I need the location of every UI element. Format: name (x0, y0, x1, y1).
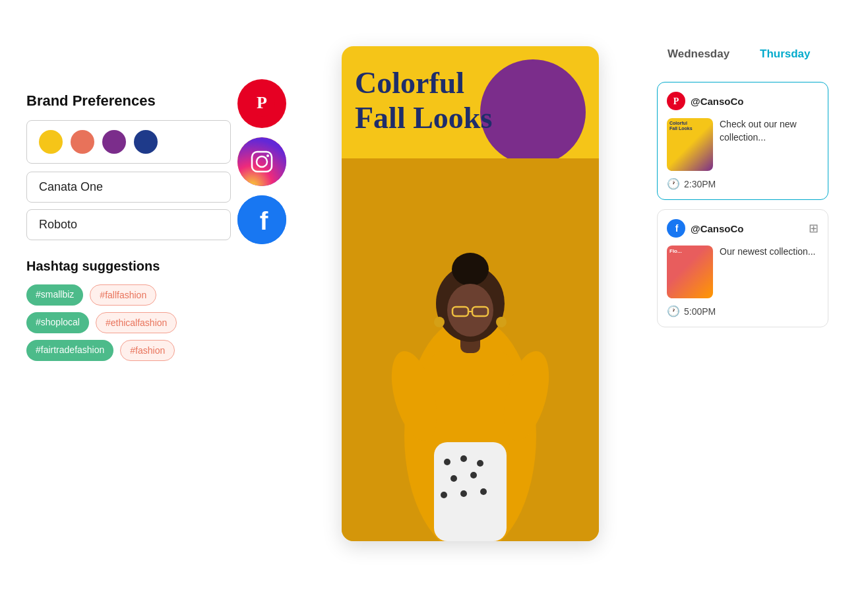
svg-point-13 (460, 455, 467, 462)
color-swatch-purple[interactable] (102, 130, 126, 154)
right-panel: Wednesday Thursday P @CansoCo (644, 40, 842, 564)
color-swatch-coral[interactable] (71, 130, 94, 154)
facebook-account-label: @CansoCo (691, 223, 743, 234)
schedule-card-1-content: ColorfulFall Looks Check out our new col… (667, 118, 819, 171)
schedule-card-1-header: P @CansoCo (667, 92, 819, 110)
social-icons-column: P (237, 79, 286, 244)
hashtag-fallfashion[interactable]: #fallfashion (90, 284, 156, 306)
facebook-icon[interactable]: f (237, 195, 286, 244)
schedule-card-facebook: f @CansoCo ⊞ Flo... Our newest collectio… (657, 209, 828, 327)
schedule-card-pinterest: P @CansoCo ColorfulFall Looks Check out … (657, 82, 828, 200)
schedule-card-2-time: 🕐 5:00PM (667, 305, 819, 317)
svg-point-30 (496, 317, 507, 327)
svg-point-15 (450, 475, 457, 482)
svg-text:f: f (675, 223, 679, 234)
brand-preferences-title: Brand Preferences (26, 92, 257, 110)
svg-point-16 (470, 472, 477, 478)
svg-point-23 (447, 284, 493, 337)
svg-text:P: P (673, 96, 679, 106)
hashtag-fashion[interactable]: #fashion (120, 340, 175, 361)
post-card-image (342, 158, 599, 541)
thursday-column: Thursday (749, 40, 842, 69)
hashtag-row-2: #shoplocal #ethicalfashion (26, 312, 257, 333)
pinterest-account-label: @CansoCo (691, 96, 743, 107)
hashtag-row-1: #smallbiz #fallfashion (26, 284, 257, 306)
hashtag-ethicalfashion[interactable]: #ethicalfashion (96, 312, 177, 333)
grid-icon[interactable]: ⊞ (809, 221, 819, 236)
clock-icon-2: 🕐 (667, 305, 680, 317)
svg-point-2 (237, 137, 286, 186)
svg-point-18 (460, 490, 467, 497)
calendar-header: Wednesday Thursday (657, 40, 842, 69)
font2-box[interactable]: Roboto (26, 209, 231, 240)
hashtag-fairtradefashion[interactable]: #fairtradefashion (26, 340, 113, 361)
left-panel: Brand Preferences Canata One Roboto Hash… (20, 40, 257, 564)
clock-icon-1: 🕐 (667, 178, 680, 190)
hashtag-section-title: Hashtag suggestions (26, 259, 257, 274)
font1-label: Canata One (39, 180, 103, 193)
font2-label: Roboto (39, 218, 77, 231)
wednesday-label: Wednesday (667, 48, 729, 60)
schedule-card-2-content: Flo... Our newest collection... (667, 246, 819, 298)
svg-point-14 (477, 460, 483, 467)
svg-point-17 (441, 492, 447, 498)
color-swatch-navy[interactable] (134, 130, 158, 154)
svg-rect-11 (434, 442, 507, 541)
svg-text:P: P (257, 93, 267, 112)
pinterest-post-caption: Check out our new collection... (720, 118, 819, 144)
pinterest-icon[interactable]: P (237, 79, 286, 128)
schedule-card-1-time: 🕐 2:30PM (667, 178, 819, 190)
hashtag-row-3: #fairtradefashion #fashion (26, 340, 257, 361)
instagram-icon[interactable] (237, 137, 286, 186)
svg-point-29 (434, 317, 445, 327)
facebook-post-thumbnail: Flo... (667, 246, 713, 298)
pinterest-platform-icon: P (667, 92, 685, 110)
schedule-card-2-header: f @CansoCo ⊞ (667, 219, 819, 238)
color-swatch-yellow[interactable] (39, 130, 63, 154)
svg-point-5 (266, 154, 269, 157)
svg-point-19 (480, 488, 487, 495)
post-card-title: Colorful Fall Looks (355, 66, 586, 136)
font1-box[interactable]: Canata One (26, 172, 231, 203)
svg-point-12 (444, 459, 450, 465)
thursday-label: Thursday (760, 48, 811, 60)
color-palette-box (26, 120, 231, 164)
wednesday-column: Wednesday (657, 40, 749, 69)
pinterest-post-thumbnail: ColorfulFall Looks (667, 118, 713, 171)
facebook-post-caption: Our newest collection... (720, 246, 819, 259)
svg-text:f: f (260, 207, 268, 235)
facebook-post-time: 5:00PM (684, 306, 716, 317)
post-card: Colorful Fall Looks (342, 46, 599, 541)
facebook-platform-icon: f (667, 219, 685, 238)
svg-point-22 (452, 253, 489, 286)
center-panel: P (257, 40, 644, 564)
hashtag-smallbiz[interactable]: #smallbiz (26, 284, 83, 306)
pinterest-post-time: 2:30PM (684, 179, 716, 189)
hashtag-shoplocal[interactable]: #shoplocal (26, 312, 89, 333)
